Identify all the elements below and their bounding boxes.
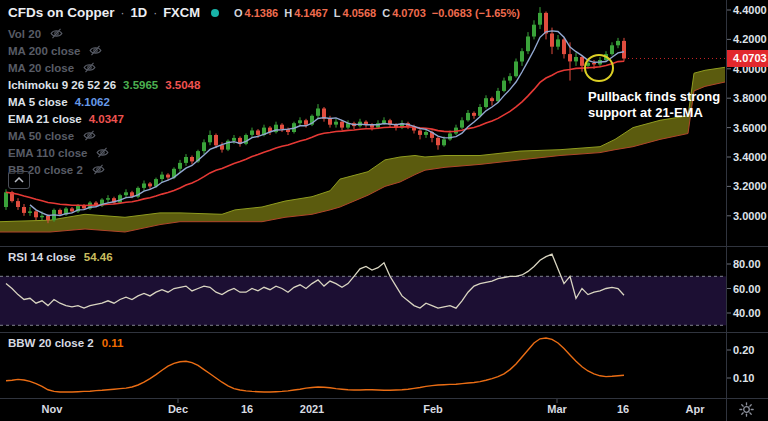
rsi-legend-row[interactable]: RSI 14 close 54.46	[8, 251, 113, 263]
market-status-icon	[211, 9, 219, 17]
price-axis-label: 3.2000	[733, 180, 767, 193]
legend-row-vol-20[interactable]: Vol 20	[8, 26, 63, 41]
bbw-axis-label: 0.10	[733, 372, 754, 385]
bbw-legend-row[interactable]: BBW 20 close 2 0.11	[8, 337, 123, 349]
ohlc-key: H	[284, 7, 292, 19]
legend-row-ema-21-close[interactable]: EMA 21 close4.0347	[8, 111, 124, 126]
bbw-value: 0.11	[102, 337, 124, 349]
indicator-value: 4.1062	[75, 96, 110, 108]
axis-settings-gear-icon[interactable]	[739, 402, 754, 421]
rsi-panel	[0, 254, 726, 325]
indicator-label: MA 20 close	[8, 62, 74, 74]
change-value: −0.0683 (−1.65%)	[432, 7, 520, 19]
indicator-label: Vol 20	[8, 28, 41, 40]
bbw-label: BBW 20 close 2	[8, 337, 94, 349]
legend-row-ma-5-close[interactable]: MA 5 close4.1062	[8, 94, 110, 109]
annotation-note[interactable]: Pullback finds strong support at 21-EMA	[588, 89, 720, 120]
ohlc-value: 4.1467	[294, 7, 328, 19]
time-axis-label: 16	[241, 403, 253, 415]
ohlc-value: 4.0703	[392, 7, 426, 19]
rsi-axis-label: 40.00	[733, 307, 761, 320]
title-separator: ·	[153, 6, 157, 20]
annotation-line2: support at 21-EMA	[588, 105, 720, 121]
legend-row-ma-50-close[interactable]: MA 50 close	[8, 128, 96, 143]
indicator-label: Ichimoku 9 26 52 26	[8, 79, 116, 91]
eye-slash-icon[interactable]	[89, 45, 102, 56]
price-axis-label: 4.2000	[733, 33, 767, 46]
time-axis-label: Dec	[168, 403, 188, 415]
price-axis-label: 4.4000	[733, 4, 767, 17]
trading-chart-app: CFDs on Copper · 1D · FXCM O4.1386H4.146…	[0, 0, 768, 421]
ohlc-value: 4.0568	[343, 7, 377, 19]
last-price-badge: 4.0703	[727, 50, 768, 67]
eye-slash-icon[interactable]	[83, 62, 96, 73]
rsi-axis-label: 60.00	[733, 283, 761, 296]
indicator-value: 3.5048	[165, 79, 200, 91]
indicator-label: MA 5 close	[8, 96, 68, 108]
legend-row-ichimoku-9-26-52-26[interactable]: Ichimoku 9 26 52 263.59653.5048	[8, 77, 200, 92]
ohlc-key: L	[334, 7, 341, 19]
exchange-label: FXCM	[163, 5, 200, 20]
time-axis-label: Mar	[547, 403, 567, 415]
price-axis-label: 3.0000	[733, 210, 767, 223]
price-axis-label: 3.6000	[733, 122, 767, 135]
time-axis-label: Apr	[686, 403, 705, 415]
chart-canvas[interactable]	[0, 0, 768, 421]
interval-label[interactable]: 1D	[131, 5, 148, 20]
legend-row-ema-110-close[interactable]: EMA 110 close	[8, 145, 109, 160]
bbw-axis-label: 0.20	[733, 344, 754, 357]
symbol-name[interactable]: CFDs on Copper	[8, 5, 115, 20]
eye-slash-icon[interactable]	[92, 164, 105, 175]
title-separator: ·	[121, 6, 125, 20]
time-axis-label: Feb	[423, 403, 443, 415]
eye-slash-icon[interactable]	[96, 147, 109, 158]
time-axis-label: Nov	[42, 403, 63, 415]
legend-row-ma-200-close[interactable]: MA 200 close	[8, 43, 102, 58]
ohlc-values: O4.1386H4.1467L4.0568C4.0703−0.0683 (−1.…	[234, 7, 520, 19]
rsi-axis-label: 80.00	[733, 258, 761, 271]
indicator-label: MA 200 close	[8, 45, 80, 57]
indicator-label: MA 50 close	[8, 130, 74, 142]
price-axis-label: 3.8000	[733, 92, 767, 105]
eye-slash-icon[interactable]	[83, 130, 96, 141]
symbol-title-row[interactable]: CFDs on Copper · 1D · FXCM O4.1386H4.146…	[8, 5, 520, 20]
chevron-up-icon	[14, 177, 24, 183]
indicator-label: EMA 110 close	[8, 147, 87, 159]
legend-row-ma-20-close[interactable]: MA 20 close	[8, 60, 96, 75]
ohlc-key: C	[382, 7, 390, 19]
indicator-label: EMA 21 close	[8, 113, 82, 125]
ohlc-value: 4.1386	[245, 7, 279, 19]
rsi-value: 54.46	[84, 251, 113, 263]
collapse-indicators-button[interactable]	[8, 171, 30, 189]
indicator-value: 3.5965	[123, 79, 158, 91]
price-axis-label: 3.4000	[733, 151, 767, 164]
time-axis-label: 16	[617, 403, 629, 415]
indicator-value: 4.0347	[89, 113, 124, 125]
annotation-line1: Pullback finds strong	[588, 89, 720, 105]
rsi-label: RSI 14 close	[8, 251, 76, 263]
ohlc-key: O	[234, 7, 243, 19]
eye-slash-icon[interactable]	[50, 28, 63, 39]
time-axis-label: 2021	[300, 403, 324, 415]
